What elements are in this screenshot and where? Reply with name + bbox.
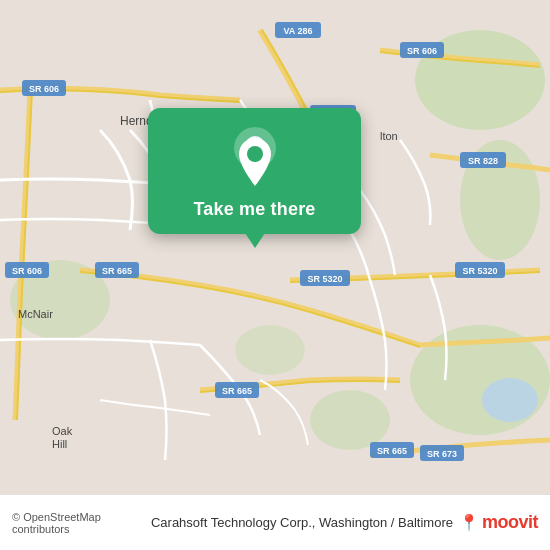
moovit-text: moovit: [482, 512, 538, 533]
svg-text:SR 665: SR 665: [377, 446, 407, 456]
map-pin-icon: [233, 136, 277, 191]
osm-attribution: © OpenStreetMap contributors: [12, 511, 151, 535]
svg-text:SR 5320: SR 5320: [307, 274, 342, 284]
svg-text:SR 5320: SR 5320: [462, 266, 497, 276]
map-background: SR 606 SR 606 VA 286 VA 286 SR 606 SR 82…: [0, 0, 550, 494]
svg-point-7: [482, 378, 538, 422]
svg-point-41: [247, 146, 263, 162]
svg-text:SR 828: SR 828: [468, 156, 498, 166]
svg-point-6: [235, 325, 305, 375]
company-name: Carahsoft Technology Corp., Washington /…: [151, 515, 453, 530]
svg-text:SR 673: SR 673: [427, 449, 457, 459]
svg-text:SR 665: SR 665: [222, 386, 252, 396]
take-me-there-button[interactable]: Take me there: [193, 199, 315, 220]
app-branding: Carahsoft Technology Corp., Washington /…: [151, 512, 538, 533]
map-container[interactable]: SR 606 SR 606 VA 286 VA 286 SR 606 SR 82…: [0, 0, 550, 494]
svg-text:SR 606: SR 606: [12, 266, 42, 276]
moovit-logo: 📍 moovit: [459, 512, 538, 533]
popup-pointer: [245, 233, 265, 248]
svg-text:SR 606: SR 606: [407, 46, 437, 56]
svg-text:Oak: Oak: [52, 425, 73, 437]
moovit-pin-icon: 📍: [459, 513, 479, 532]
svg-point-5: [310, 390, 390, 450]
svg-text:McNair: McNair: [18, 308, 53, 320]
svg-text:SR 606: SR 606: [29, 84, 59, 94]
svg-text:Hill: Hill: [52, 438, 67, 450]
svg-text:lton: lton: [380, 130, 398, 142]
svg-text:VA 286: VA 286: [283, 26, 312, 36]
popup-card[interactable]: Take me there: [148, 108, 361, 234]
bottom-bar: © OpenStreetMap contributors Carahsoft T…: [0, 494, 550, 550]
svg-text:SR 665: SR 665: [102, 266, 132, 276]
